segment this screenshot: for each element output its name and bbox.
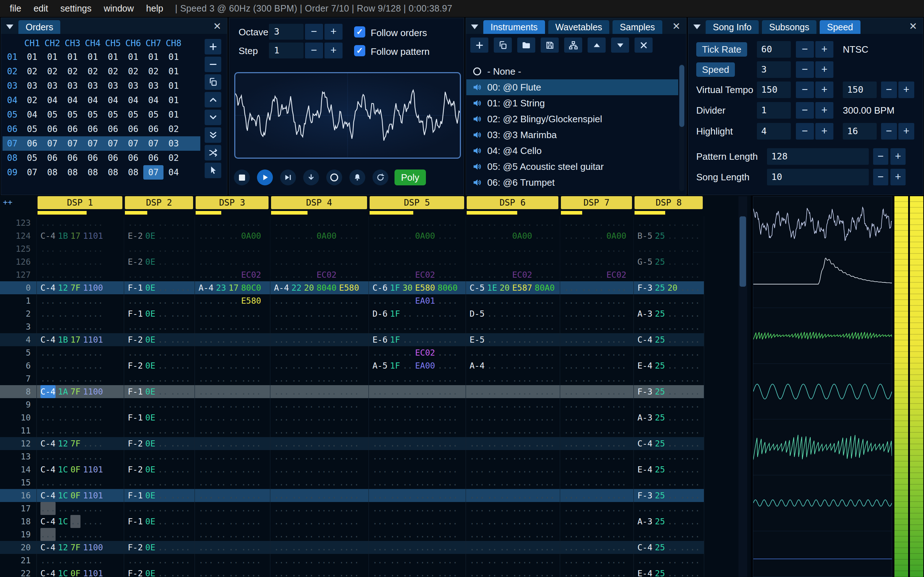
pattern-cell[interactable]: ........... bbox=[36, 320, 124, 333]
highlight-input[interactable]: 4 bbox=[757, 123, 791, 140]
pattern-cell[interactable]: ........... bbox=[560, 359, 633, 372]
pattern-cell[interactable]: .......EC02.... bbox=[368, 268, 465, 281]
pattern-cell[interactable]: ........... bbox=[633, 320, 704, 333]
order-cell[interactable]: 07 bbox=[82, 136, 103, 151]
pattern-cell[interactable]: .......0A00.... bbox=[270, 229, 368, 242]
pattern-cell[interactable]: ........... bbox=[195, 567, 270, 577]
order-cell[interactable]: 02 bbox=[123, 64, 143, 79]
order-row[interactable]: 020202020202020201 bbox=[3, 64, 200, 79]
order-cell[interactable]: 07 bbox=[143, 136, 163, 151]
channel-header-7[interactable]: DSP 7 bbox=[561, 196, 632, 209]
pattern-cell[interactable]: F-20E...... bbox=[124, 567, 195, 577]
pattern-cell[interactable]: ............... bbox=[368, 242, 465, 255]
pattern-cell[interactable]: E-61F.......... bbox=[368, 333, 465, 346]
order-cell[interactable]: 07 bbox=[63, 136, 82, 151]
tab-orders[interactable]: Orders bbox=[18, 20, 60, 34]
pattern-cell[interactable]: ............... bbox=[270, 502, 368, 515]
channel-header-3[interactable]: DSP 3 bbox=[195, 196, 268, 209]
pattern-cell[interactable]: ........... bbox=[124, 398, 195, 411]
pattern-cell[interactable]: ........... bbox=[560, 476, 633, 489]
order-cell[interactable]: 02 bbox=[82, 64, 103, 79]
pattern-cell[interactable]: ............... bbox=[368, 424, 465, 437]
pattern-cell[interactable]: ............... bbox=[368, 255, 465, 268]
pattern-cell[interactable]: ............... bbox=[368, 372, 465, 385]
pattern-cell[interactable]: G-525...... bbox=[633, 255, 704, 268]
pattern-cell[interactable]: .......0A00 bbox=[560, 229, 633, 242]
pattern-scrollbar[interactable] bbox=[738, 196, 747, 577]
order-cell[interactable]: 04 bbox=[22, 108, 42, 122]
pattern-cell[interactable]: ............... bbox=[465, 515, 560, 528]
tick-rate-decrease-button[interactable]: − bbox=[796, 41, 814, 58]
highlight-second-increase-button[interactable]: + bbox=[898, 123, 914, 140]
pattern-cell[interactable]: ........... bbox=[36, 528, 124, 541]
pattern-cell[interactable]: B-525...... bbox=[633, 229, 704, 242]
pattern-cell[interactable]: F-20E...... bbox=[124, 541, 195, 554]
pattern-cell[interactable]: ............... bbox=[465, 567, 560, 577]
pattern-cell[interactable]: C-425...... bbox=[633, 437, 704, 450]
order-cell[interactable]: 06 bbox=[22, 136, 42, 151]
pattern-cell[interactable]: F-10E...... bbox=[124, 385, 195, 398]
pattern-cell[interactable]: ............... bbox=[270, 411, 368, 424]
menu-edit[interactable]: edit bbox=[27, 3, 54, 14]
scrollbar-thumb[interactable] bbox=[679, 65, 684, 127]
close-icon[interactable]: ✕ bbox=[213, 21, 221, 32]
pattern-cell[interactable]: ............... bbox=[465, 554, 560, 567]
pattern-cell[interactable]: ............... bbox=[270, 489, 368, 502]
order-cell[interactable]: 02 bbox=[163, 122, 184, 136]
pattern-cell[interactable]: ........... bbox=[195, 333, 270, 346]
step-input[interactable]: 1 bbox=[269, 43, 304, 58]
duplicate-order-end-button[interactable] bbox=[205, 127, 221, 143]
pattern-cell[interactable]: ............... bbox=[270, 333, 368, 346]
pattern-cell[interactable]: ............... bbox=[465, 502, 560, 515]
order-cell[interactable]: 06 bbox=[143, 151, 163, 165]
channel-header-2[interactable]: DSP 2 bbox=[125, 196, 193, 209]
pattern-cell[interactable]: ........... bbox=[124, 424, 195, 437]
instrument-item[interactable]: 06: @6 Trumpet bbox=[466, 174, 678, 190]
pattern-cell[interactable]: ............... bbox=[368, 476, 465, 489]
pattern-cell[interactable]: ........... bbox=[560, 502, 633, 515]
pattern-length-increase-button[interactable]: + bbox=[890, 148, 906, 165]
instruments-scrollbar[interactable] bbox=[679, 64, 684, 191]
order-cell[interactable]: 05 bbox=[22, 122, 42, 136]
pattern-cell[interactable]: ............... bbox=[270, 463, 368, 476]
pattern-cell[interactable]: ............... bbox=[465, 476, 560, 489]
add-instrument-button[interactable] bbox=[470, 37, 488, 53]
order-cell[interactable]: 02 bbox=[63, 64, 82, 79]
order-row[interactable]: 050405050505050501 bbox=[3, 108, 200, 122]
order-cell[interactable]: 01 bbox=[22, 50, 42, 64]
pattern-cell[interactable]: ........... bbox=[560, 372, 633, 385]
order-cell[interactable]: 03 bbox=[22, 79, 42, 93]
instrument-item[interactable]: 02: @2 Blingy/Glockenspiel bbox=[466, 111, 678, 127]
instrument-item-none[interactable]: - None - bbox=[466, 63, 678, 79]
pattern-cell[interactable]: ........... bbox=[36, 411, 124, 424]
song-length-decrease-button[interactable]: − bbox=[873, 169, 888, 185]
pattern-cell[interactable]: ........... bbox=[124, 528, 195, 541]
add-order-button[interactable] bbox=[205, 39, 221, 55]
pattern-cell[interactable]: F-10E...... bbox=[124, 307, 195, 320]
pattern-cell[interactable]: ............... bbox=[465, 424, 560, 437]
order-row[interactable]: 080506060606060602 bbox=[3, 151, 200, 165]
pattern-cell[interactable]: ............... bbox=[465, 411, 560, 424]
pattern-cell[interactable]: .......0A00.... bbox=[368, 229, 465, 242]
order-cell[interactable]: 07 bbox=[103, 136, 123, 151]
record-button[interactable] bbox=[326, 169, 342, 185]
play-button[interactable] bbox=[257, 169, 273, 185]
duplicate-instrument-button[interactable] bbox=[494, 37, 512, 53]
pattern-cell[interactable]: ........... bbox=[124, 372, 195, 385]
order-cell[interactable]: 04 bbox=[103, 93, 123, 108]
pattern-cell[interactable]: ........... bbox=[195, 398, 270, 411]
pattern-cell[interactable]: ........... bbox=[195, 541, 270, 554]
pattern-cell[interactable]: A-51F..EA00.... bbox=[368, 359, 465, 372]
order-cell[interactable]: 06 bbox=[82, 151, 103, 165]
pattern-cell[interactable]: ............... bbox=[270, 554, 368, 567]
order-cell[interactable]: 01 bbox=[163, 108, 184, 122]
pattern-cell[interactable]: ........... bbox=[560, 424, 633, 437]
virtual-tempo-decrease-button[interactable]: − bbox=[796, 82, 814, 98]
follow-orders-checkbox[interactable]: ✓ bbox=[354, 26, 365, 37]
pattern-cell[interactable]: ........... bbox=[195, 502, 270, 515]
channel-header-5[interactable]: DSP 5 bbox=[370, 196, 464, 209]
highlight-second-input[interactable]: 16 bbox=[843, 123, 877, 140]
tick-rate-input[interactable]: 60 bbox=[757, 41, 791, 58]
order-cell[interactable]: 02 bbox=[42, 64, 63, 79]
menu-help[interactable]: help bbox=[140, 3, 169, 14]
